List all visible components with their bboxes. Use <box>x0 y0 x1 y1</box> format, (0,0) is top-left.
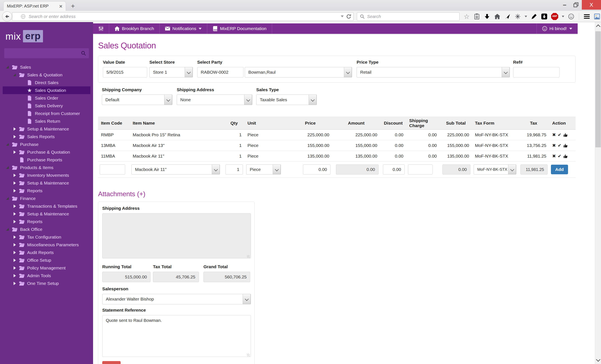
sidebar-item-sales-setup[interactable]: Setup & Maintenance <box>0 125 93 133</box>
delete-row-icon[interactable]: ✖ <box>552 132 556 137</box>
expand-icon[interactable] <box>13 274 16 277</box>
browser-tab[interactable]: MixERP: ASP.net ERP × <box>3 1 66 11</box>
expand-icon[interactable] <box>13 266 16 270</box>
browser-search-input[interactable] <box>367 14 457 19</box>
resize-grip-icon[interactable] <box>247 255 250 258</box>
home-icon[interactable] <box>494 13 501 20</box>
sidebar-item-direct-sales[interactable]: Direct Sales <box>0 79 93 86</box>
user-menu-button[interactable]: Hi binod! <box>537 23 578 34</box>
sidebar-item-products-items[interactable]: Products & Items <box>0 164 93 171</box>
address-dropdown-icon[interactable] <box>341 15 344 17</box>
sidebar-item-purchase[interactable]: Purchase <box>0 141 93 148</box>
sidebar-item-finance[interactable]: Finance <box>0 194 93 202</box>
entry-shipping-charge-input[interactable] <box>408 164 433 174</box>
pen-icon[interactable] <box>531 13 537 20</box>
entry-item-name-select[interactable]: Macbook Air 11'' <box>131 164 220 174</box>
reading-list-icon[interactable] <box>473 13 480 20</box>
expand-icon[interactable] <box>13 204 16 208</box>
delete-row-icon[interactable]: ✖ <box>552 143 556 148</box>
party-code-input[interactable] <box>197 67 243 77</box>
expand-icon[interactable] <box>13 135 16 138</box>
documentation-button[interactable]: MixERP Documentation <box>207 23 272 34</box>
sidebar-item-sales-reports[interactable]: Sales Reports <box>0 133 93 141</box>
expand-icon[interactable] <box>13 251 16 254</box>
back-button[interactable] <box>2 11 12 21</box>
addon-sparkle-icon[interactable] <box>514 13 521 20</box>
sidebar-item-products-reports[interactable]: Reports <box>0 187 93 194</box>
entry-price-input[interactable] <box>303 164 331 174</box>
party-select[interactable]: Bowman,Raul <box>245 67 352 77</box>
edit-row-icon[interactable]: ✔ <box>558 154 561 159</box>
reload-icon[interactable] <box>346 14 351 19</box>
resize-grip-icon[interactable] <box>247 354 250 356</box>
shipping-company-select[interactable]: Default <box>102 95 172 105</box>
sidebar-item-receipt-from-customer[interactable]: Receipt from Customer <box>0 110 93 117</box>
expand-icon[interactable] <box>13 258 16 262</box>
collapse-icon[interactable] <box>6 166 9 169</box>
screenshot-icon[interactable] <box>594 13 600 20</box>
salesperson-select[interactable]: Alexander Walter Bishop <box>102 294 251 304</box>
sidebar-item-inventory-movements[interactable]: Inventory Movements <box>0 171 93 179</box>
edit-row-icon[interactable]: ✔ <box>558 132 561 137</box>
sidebar-item-tax-configuration[interactable]: Tax Configuration <box>0 233 93 241</box>
sidebar-item-policy-management[interactable]: Policy Management <box>0 264 93 272</box>
address-bar[interactable] <box>12 12 353 21</box>
bookmark-star-icon[interactable]: ☆ <box>463 13 470 20</box>
addon-dropdown-icon[interactable] <box>525 16 527 17</box>
expand-icon[interactable] <box>13 181 16 185</box>
attachments-heading[interactable]: Attachments (+) <box>98 190 595 198</box>
edit-row-icon[interactable]: ✔ <box>558 143 561 148</box>
collapse-icon[interactable] <box>6 65 9 69</box>
expand-icon[interactable] <box>13 150 16 154</box>
expand-icon[interactable] <box>13 189 16 192</box>
scroll-down-icon[interactable] <box>596 357 600 362</box>
tab-close-icon[interactable]: × <box>59 4 62 8</box>
collapse-icon[interactable] <box>6 227 9 231</box>
thumbs-up-icon[interactable] <box>563 143 568 148</box>
sidebar-item-transactions-templates[interactable]: Transactions & Templates <box>0 202 93 210</box>
sidebar-item-one-time-setup[interactable]: One Time Setup <box>0 280 93 287</box>
sidebar-item-sales-return[interactable]: Sales Return <box>0 117 93 125</box>
window-minimize-button[interactable]: – <box>559 3 570 7</box>
adblock-icon[interactable]: ABP <box>551 13 558 20</box>
video-downloader-icon[interactable] <box>541 13 548 20</box>
sidebar-item-audit-reports[interactable]: Audit Reports <box>0 249 93 256</box>
entry-qty-input[interactable] <box>225 164 243 174</box>
expand-icon[interactable] <box>13 243 16 246</box>
branch-button[interactable]: Brooklyn Branch <box>109 23 160 34</box>
sidebar-item-sales[interactable]: Sales <box>0 63 93 71</box>
new-tab-button[interactable]: + <box>69 3 77 9</box>
expand-icon[interactable] <box>13 127 16 131</box>
sidebar-item-finance-reports[interactable]: Reports <box>0 218 93 225</box>
sidebar-item-miscellaneous-parameters[interactable]: Miscellaneous Parameters <box>0 241 93 249</box>
price-type-select[interactable]: Retail <box>357 67 510 77</box>
delete-row-icon[interactable]: ✖ <box>552 154 556 159</box>
window-close-button[interactable]: X <box>582 0 601 10</box>
sidebar-search[interactable] <box>4 48 89 58</box>
collapse-icon[interactable] <box>6 142 9 146</box>
expand-icon[interactable] <box>13 282 16 285</box>
sidebar-item-sales-order[interactable]: Sales Order <box>0 94 93 102</box>
scrollbar-thumb[interactable] <box>595 31 601 147</box>
statement-reference-textarea[interactable]: Quote sent to Raul Bowman. <box>102 315 251 357</box>
address-input[interactable] <box>28 14 338 19</box>
adblock-dropdown-icon[interactable] <box>562 16 564 17</box>
add-button[interactable]: Add <box>551 165 568 174</box>
entry-unit-select[interactable]: Piece <box>246 164 281 174</box>
sidebar-item-finance-setup[interactable]: Setup & Maintenance <box>0 210 93 218</box>
scroll-up-icon[interactable] <box>596 24 600 29</box>
sidebar-item-sales-quotation-group[interactable]: Sales & Quotation <box>0 71 93 79</box>
entry-discount-input[interactable] <box>383 164 405 174</box>
collapse-icon[interactable] <box>6 197 9 200</box>
sidebar-item-sales-delivery[interactable]: Sales Delivery <box>0 102 93 110</box>
expand-icon[interactable] <box>13 212 16 216</box>
save-button[interactable]: Save <box>102 361 121 364</box>
emoji-icon[interactable] <box>568 13 574 20</box>
menu-icon[interactable] <box>583 13 590 20</box>
ref-input[interactable] <box>513 67 560 77</box>
sidebar-item-purchase-reports[interactable]: Purchase Reports <box>0 156 93 164</box>
store-select[interactable]: Store 1 <box>150 67 193 77</box>
sidebar-item-products-setup[interactable]: Setup & Maintenance <box>0 179 93 187</box>
sidebar-item-purchase-quotation[interactable]: Purchase & Quotation <box>0 148 93 156</box>
sidebar-item-sales-quotation[interactable]: ★Sales Quotation <box>0 86 93 94</box>
